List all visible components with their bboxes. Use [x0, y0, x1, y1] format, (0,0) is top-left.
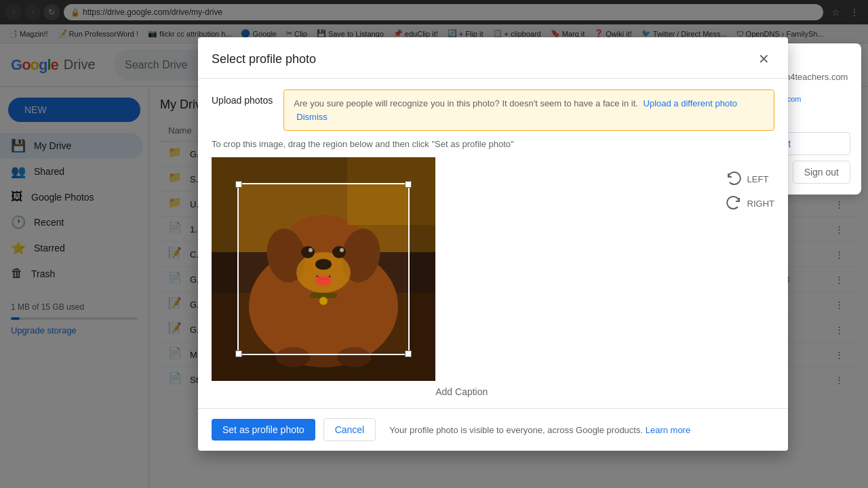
dismiss-warning-link[interactable]: Dismiss	[296, 112, 328, 122]
rotate-controls: LEFT RIGHT	[726, 157, 774, 211]
crop-mask-left	[212, 183, 237, 355]
rotate-right-label: RIGHT	[747, 199, 774, 209]
crop-handle-tr[interactable]	[405, 181, 412, 188]
set-profile-photo-button[interactable]: Set as profile photo	[212, 419, 315, 441]
upload-different-photo-link[interactable]: Upload a different photo	[644, 98, 738, 108]
rotate-left-button[interactable]: LEFT	[726, 171, 774, 187]
modal-title: Select profile photo	[212, 52, 316, 66]
modal-footer: Set as profile photo Cancel Your profile…	[198, 408, 788, 451]
select-profile-photo-modal: Select profile photo ✕ Upload photos Are…	[198, 37, 788, 451]
crop-handle-br[interactable]	[405, 350, 412, 357]
warning-text: Are you sure people will recognize you i…	[294, 98, 638, 108]
rotate-left-label: LEFT	[747, 174, 769, 184]
crop-mask-top	[212, 157, 435, 183]
upload-photos-row: Upload photos Are you sure people will r…	[212, 89, 774, 131]
upload-photos-label: Upload photos	[212, 89, 273, 106]
crop-mask-right	[410, 183, 435, 355]
rotate-right-button[interactable]: RIGHT	[726, 195, 774, 211]
cancel-button[interactable]: Cancel	[323, 418, 376, 441]
sign-out-button[interactable]: Sign out	[793, 161, 850, 184]
caption-text[interactable]: Add Caption	[212, 386, 712, 397]
learn-more-link[interactable]: Learn more	[646, 425, 690, 435]
rotate-left-icon	[726, 171, 742, 187]
photo-preview[interactable]	[212, 157, 435, 381]
crop-instruction: To crop this image, drag the region belo…	[212, 139, 774, 149]
crop-mask-bottom	[212, 355, 435, 381]
image-container: Add Caption	[212, 157, 712, 397]
rotate-right-icon	[726, 195, 742, 211]
modal-body: Upload photos Are you sure people will r…	[198, 79, 788, 408]
crop-selection[interactable]	[237, 183, 410, 355]
image-area: Add Caption LEFT RIGHT	[212, 157, 774, 397]
modal-header: Select profile photo ✕	[198, 37, 788, 79]
modal-close-button[interactable]: ✕	[753, 48, 774, 70]
crop-handle-bl[interactable]	[235, 350, 242, 357]
crop-handle-tl[interactable]	[235, 181, 242, 188]
footer-notice: Your profile photo is visible to everyon…	[389, 425, 690, 435]
warning-banner: Are you sure people will recognize you i…	[283, 89, 774, 131]
